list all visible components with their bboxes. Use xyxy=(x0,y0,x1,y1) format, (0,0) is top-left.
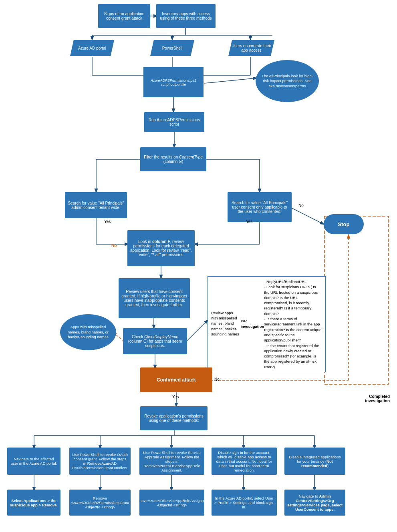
all-principals-circle: The AllPrincipals look for high-risk imp… xyxy=(256,60,319,102)
run-script-box: Run AzureADPSPermissions script xyxy=(144,112,204,132)
search-user-box: Search for value "All Principals" user c… xyxy=(228,192,292,222)
no-label-admin: No xyxy=(111,243,117,248)
no-label-confirmed: No xyxy=(214,377,220,381)
azure-ad-portal-box: Azure AD portal xyxy=(70,40,114,56)
admin-center-box: Navigate to Admin Center>Settings>Org se… xyxy=(284,490,345,516)
remove-service-box: RemoveAzureADServiceAppRoleAssignment -O… xyxy=(139,490,204,516)
select-applications-box: Select Applications > the suspicious app… xyxy=(7,490,60,516)
review-apps-note: Review apps with misspelled names, bland… xyxy=(208,276,326,372)
no-label-1: No xyxy=(298,203,304,208)
powershell-service-box: Use PowerShell to revoke Service AppRole… xyxy=(139,448,204,475)
svg-line-18 xyxy=(290,207,324,224)
review-users-box: Review users that have consent granted. … xyxy=(119,278,190,318)
inventory-apps-box: Inventory apps with access using of thes… xyxy=(156,4,216,28)
users-enumerate-box: Users enumerate their app access xyxy=(228,40,274,56)
powershell-oauth-box: Use PowerShell to revoke OAuth consent g… xyxy=(69,448,131,475)
svg-rect-43 xyxy=(324,216,389,384)
apps-misspelled-circle: Apps with misspelled names, bland names,… xyxy=(60,314,116,350)
powershell-box: PowerShell xyxy=(150,40,194,56)
remove-oauth2-box: Remove AzureADOAuth2PermissionsGrant -Ob… xyxy=(69,490,131,516)
disable-signin-box: Disable sign-in for the account, which w… xyxy=(212,448,277,475)
revoke-permissions-box: Revoke application's permissions using o… xyxy=(140,406,208,430)
signs-attack-box: Signs of an application consent grant at… xyxy=(98,4,150,28)
search-admin-box: Search for value "All Principals" admin … xyxy=(65,192,127,218)
yes-label-2: Yes xyxy=(246,219,252,224)
svg-line-25 xyxy=(186,320,208,341)
completed-investigation-label: Completedinvestigation xyxy=(365,394,390,403)
flowchart: Signs of an application consent grant at… xyxy=(0,0,397,532)
yes-label-confirmed: Yes xyxy=(172,395,179,399)
azure-portal-user-box: In the Azure AD portal, select User > Pr… xyxy=(212,490,277,516)
script-output-diamond: AzureADPSPermissions.ps1 script output f… xyxy=(143,67,204,97)
look-column-f-box: Look in column F, review permissions for… xyxy=(127,230,195,266)
stop-box: Stop xyxy=(324,214,364,234)
svg-line-11 xyxy=(204,78,256,83)
filter-results-box: Filter the results on ConsentType (colum… xyxy=(140,147,206,171)
yes-label-1: Yes xyxy=(104,219,111,224)
nav-azure-box: Navigate to the affected user in the Azu… xyxy=(7,448,60,475)
disable-integrated-box: Disable integrated applications for your… xyxy=(284,448,345,475)
confirmed-attack-box: Confirmed attack xyxy=(140,367,212,392)
check-client-box: Check ClientDisplayName (column C) for a… xyxy=(123,328,187,354)
